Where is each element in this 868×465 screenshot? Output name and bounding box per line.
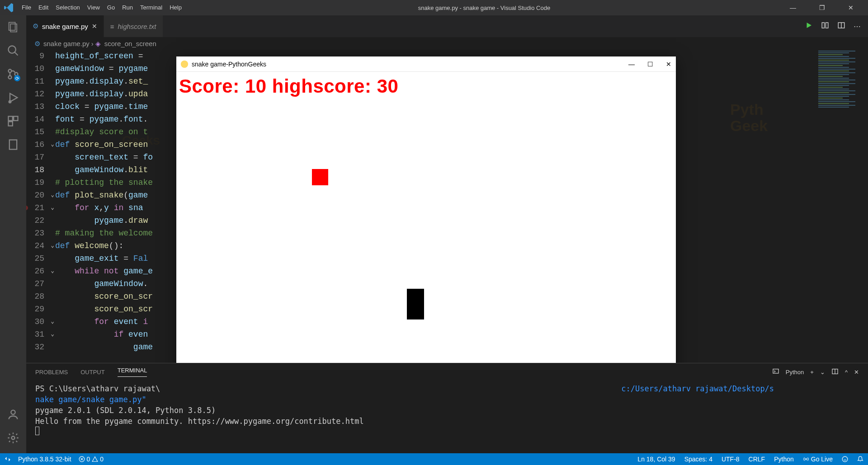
menu-go[interactable]: Go xyxy=(104,0,118,15)
status-golive[interactable]: Go Live xyxy=(803,456,833,463)
panel-tab-output[interactable]: OUTPUT xyxy=(80,369,104,376)
terminal-profile-label[interactable]: Python xyxy=(786,369,804,376)
menu-selection[interactable]: Selection xyxy=(52,0,83,15)
svg-point-13 xyxy=(11,410,15,414)
accounts-icon[interactable] xyxy=(7,408,19,421)
panel-tab-terminal[interactable]: TERMINAL xyxy=(118,367,147,377)
pygame-icon xyxy=(181,61,188,68)
tab-snake-game-py[interactable]: ⚙ snake game.py ✕ xyxy=(26,15,104,37)
svg-marker-15 xyxy=(807,23,812,28)
activity-bar: ⟳ xyxy=(0,15,26,453)
close-tab-icon[interactable]: ✕ xyxy=(92,23,97,30)
menu-edit[interactable]: Edit xyxy=(35,0,52,15)
vscode-logo-icon xyxy=(4,2,14,13)
status-python-version[interactable]: Python 3.8.5 32-bit xyxy=(18,456,71,463)
maximize-panel-icon[interactable]: ^ xyxy=(845,369,848,376)
breadcrumb-file[interactable]: snake game.py xyxy=(43,40,90,47)
terminal-line: pygame 2.0.1 (SDL 2.0.14, Python 3.8.5) xyxy=(35,405,859,416)
terminal-path: c:/Users/atharv rajawat/Desktop/s xyxy=(621,384,774,393)
tab-highscore-txt[interactable]: ≡ highscore.txt xyxy=(104,15,163,37)
pygame-window: snake game-PythonGeeks — ☐ ✕ Score: 10 h… xyxy=(176,56,676,404)
status-bar: Python 3.8.5 32-bit 0 0 Ln 18, Col 39 Sp… xyxy=(0,453,868,465)
text-file-icon: ≡ xyxy=(110,23,114,30)
close-icon[interactable]: ✕ xyxy=(841,4,861,11)
terminal-line: Hello from the pygame community. https:/… xyxy=(35,416,859,427)
svg-line-3 xyxy=(15,52,18,56)
panel: PROBLEMS OUTPUT TERMINAL Python + ⌄ ^ ✕ … xyxy=(26,363,868,453)
more-icon[interactable]: ⋯ xyxy=(854,22,861,31)
svg-rect-11 xyxy=(9,122,13,126)
svg-rect-17 xyxy=(826,23,828,28)
settings-icon[interactable] xyxy=(7,432,19,444)
split-editor-icon[interactable] xyxy=(837,21,845,31)
compare-icon[interactable] xyxy=(821,21,829,31)
svg-point-26 xyxy=(805,458,807,460)
symbol-method-icon: ◈ xyxy=(95,40,103,47)
menu-file[interactable]: File xyxy=(18,0,35,15)
panel-tab-problems[interactable]: PROBLEMS xyxy=(35,369,68,376)
status-encoding[interactable]: UTF-8 xyxy=(722,456,740,463)
python-icon: ⚙ xyxy=(34,40,42,47)
terminal-dropdown-icon[interactable]: ⌄ xyxy=(820,369,825,376)
svg-point-4 xyxy=(9,70,12,73)
extensions-icon[interactable] xyxy=(7,115,19,127)
bookmark-icon[interactable] xyxy=(7,138,19,151)
run-file-icon[interactable] xyxy=(805,21,813,31)
svg-point-2 xyxy=(9,46,16,53)
svg-point-8 xyxy=(9,101,11,103)
window-title: snake game.py - snake game - Visual Stud… xyxy=(185,5,783,11)
svg-rect-20 xyxy=(773,369,778,373)
terminal-line: nake game/snake game.py" xyxy=(35,394,859,405)
search-icon[interactable] xyxy=(7,44,19,57)
run-debug-icon[interactable] xyxy=(7,91,19,104)
terminal-profile-icon[interactable] xyxy=(772,368,779,376)
svg-point-5 xyxy=(9,76,12,79)
tabs-area: ⚙ snake game.py ✕ ≡ highscore.txt ⋯ xyxy=(26,15,868,37)
source-control-icon[interactable]: ⟳ xyxy=(7,68,19,80)
tab-label: highscore.txt xyxy=(118,23,156,30)
python-icon: ⚙ xyxy=(33,22,38,30)
score-text: Score: 10 highscore: 30 xyxy=(176,72,676,97)
menu-run[interactable]: Run xyxy=(118,0,137,15)
pygame-titlebar[interactable]: snake game-PythonGeeks — ☐ ✕ xyxy=(176,56,676,72)
maximize-icon[interactable]: ☐ xyxy=(647,61,653,68)
tab-label: snake game.py xyxy=(42,23,88,30)
status-indentation[interactable]: Spaces: 4 xyxy=(684,456,712,463)
pygame-title: snake game-PythonGeeks xyxy=(192,61,628,68)
minimap[interactable] xyxy=(816,50,857,167)
terminal-body[interactable]: PS C:\Users\atharv rajawat\c:/Users/atha… xyxy=(26,380,868,441)
svg-rect-10 xyxy=(14,117,18,121)
new-terminal-icon[interactable]: + xyxy=(810,369,814,376)
menu-help[interactable]: Help xyxy=(166,0,185,15)
menu-view[interactable]: View xyxy=(84,0,104,15)
explorer-icon[interactable] xyxy=(7,21,19,33)
status-eol[interactable]: CRLF xyxy=(749,456,765,463)
svg-marker-7 xyxy=(10,94,17,102)
breadcrumb[interactable]: ⚙ snake game.py › ◈ score_on_screen xyxy=(26,37,868,50)
svg-point-27 xyxy=(842,456,848,462)
svg-rect-9 xyxy=(9,117,13,121)
terminal-prompt: PS C:\Users\atharv rajawat\ xyxy=(35,384,160,393)
status-problems[interactable]: 0 0 xyxy=(79,456,104,463)
svg-rect-12 xyxy=(9,140,17,150)
minimize-icon[interactable]: — xyxy=(783,4,803,11)
food-square xyxy=(312,169,328,185)
maximize-icon[interactable]: ❐ xyxy=(812,4,832,11)
pygame-canvas: Score: 10 highscore: 30 xyxy=(176,72,676,404)
status-notifications-icon[interactable] xyxy=(857,456,863,463)
status-language[interactable]: Python xyxy=(774,456,794,463)
split-terminal-icon[interactable] xyxy=(831,368,839,376)
minimize-icon[interactable]: — xyxy=(628,61,635,68)
status-cursor-position[interactable]: Ln 18, Col 39 xyxy=(637,456,675,463)
close-panel-icon[interactable]: ✕ xyxy=(854,369,859,376)
breadcrumb-symbol[interactable]: score_on_screen xyxy=(104,40,156,47)
svg-rect-16 xyxy=(822,23,824,28)
terminal-cursor xyxy=(35,427,39,435)
close-icon[interactable]: ✕ xyxy=(666,61,671,68)
svg-point-14 xyxy=(12,437,15,440)
status-feedback-icon[interactable] xyxy=(842,456,848,463)
title-bar: File Edit Selection View Go Run Terminal… xyxy=(0,0,868,15)
snake-body xyxy=(407,289,424,319)
remote-icon[interactable] xyxy=(5,456,11,462)
menu-terminal[interactable]: Terminal xyxy=(137,0,166,15)
